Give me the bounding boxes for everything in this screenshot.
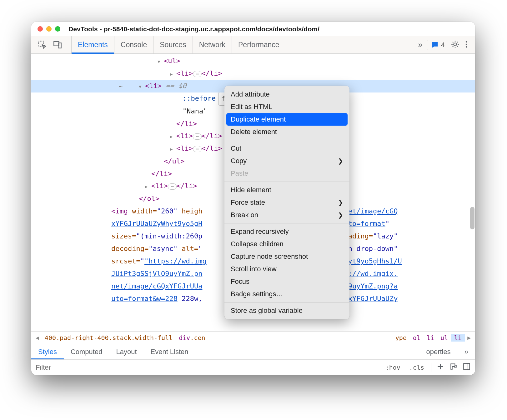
new-style-rule-icon[interactable]	[436, 362, 444, 372]
svg-point-3	[454, 43, 456, 46]
pseudo-before[interactable]: ::before	[183, 94, 216, 102]
chevron-right-icon: ❯	[338, 157, 343, 165]
tag-li[interactable]: <li>	[176, 69, 193, 77]
menu-collapse-children[interactable]: Collapse children	[224, 238, 349, 250]
svg-rect-8	[467, 363, 470, 370]
computed-pane-icon[interactable]	[463, 362, 471, 372]
cls-toggle[interactable]: .cls	[407, 363, 426, 372]
menu-force-state[interactable]: Force state❯	[224, 196, 349, 209]
crumb-ul[interactable]: ul	[437, 334, 451, 342]
crumb-scroll-right-icon[interactable]: ▶	[465, 334, 473, 341]
svg-rect-0	[39, 41, 44, 46]
close-icon[interactable]	[38, 26, 43, 32]
chevron-right-icon: ❯	[338, 211, 343, 219]
kebab-menu-icon[interactable]	[462, 40, 471, 50]
issues-badge[interactable]: 4	[427, 40, 448, 50]
filter-input[interactable]	[36, 363, 379, 372]
menu-store-global[interactable]: Store as global variable	[224, 304, 349, 317]
fullscreen-icon[interactable]	[55, 26, 60, 32]
divider	[431, 363, 431, 372]
more-tabs-icon[interactable]: »	[416, 40, 424, 50]
issues-count: 4	[441, 41, 445, 49]
menu-scroll-into-view[interactable]: Scroll into view	[224, 263, 349, 275]
more-sidebar-tabs-icon[interactable]: »	[458, 344, 475, 359]
traffic-lights	[38, 26, 60, 32]
context-menu: Add attribute Edit as HTML Duplicate ele…	[224, 86, 349, 319]
svg-point-5	[466, 43, 467, 45]
svg-point-4	[466, 41, 467, 42]
crumb-li-selected[interactable]: li	[451, 334, 465, 342]
menu-add-attribute[interactable]: Add attribute	[224, 88, 349, 101]
ellipsis-icon[interactable]: ⋯	[193, 133, 202, 140]
titlebar: DevTools - pr-5840-static-dot-dcc-stagin…	[31, 22, 475, 36]
tab-performance[interactable]: Performance	[232, 36, 286, 53]
tab-styles[interactable]: Styles	[31, 344, 64, 359]
inspect-element-icon[interactable]	[38, 40, 46, 50]
tab-event-listeners[interactable]: Event Listen	[144, 344, 195, 359]
devtools-window: DevTools - pr-5840-static-dot-dcc-stagin…	[31, 22, 475, 375]
styles-filter-bar: :hov .cls	[31, 359, 475, 375]
tab-sources[interactable]: Sources	[153, 36, 192, 53]
svg-point-6	[466, 46, 467, 48]
hov-toggle[interactable]: :hov	[384, 363, 402, 372]
menu-expand-recursively[interactable]: Expand recursively	[224, 225, 349, 238]
menu-focus[interactable]: Focus	[224, 275, 349, 288]
tab-computed[interactable]: Computed	[64, 344, 109, 359]
scrollbar-thumb[interactable]	[470, 207, 474, 229]
crumb-ol[interactable]: ol	[410, 334, 424, 342]
ellipsis-icon[interactable]: ⋯	[168, 183, 177, 190]
tab-network[interactable]: Network	[193, 36, 232, 53]
gutter-dots-icon[interactable]: ⋯	[119, 82, 123, 90]
menu-separator	[224, 223, 349, 223]
menu-paste: Paste	[224, 167, 349, 180]
main-toolbar: Elements Console Sources Network Perform…	[31, 36, 475, 54]
menu-copy[interactable]: Copy❯	[224, 155, 349, 167]
menu-break-on[interactable]: Break on❯	[224, 209, 349, 221]
window-title: DevTools - pr-5840-static-dot-dcc-stagin…	[68, 25, 319, 33]
minimize-icon[interactable]	[46, 26, 52, 32]
menu-delete-element[interactable]: Delete element	[224, 126, 349, 138]
crumb-li[interactable]: li	[424, 334, 437, 342]
device-toolbar-icon[interactable]	[53, 40, 62, 50]
menu-hide-element[interactable]: Hide element	[224, 184, 349, 196]
crumb-scroll-left-icon[interactable]: ◀	[33, 334, 42, 341]
tab-elements[interactable]: Elements	[71, 36, 114, 53]
menu-capture-screenshot[interactable]: Capture node screenshot	[224, 250, 349, 263]
menu-separator	[224, 182, 349, 182]
paint-icon[interactable]	[449, 362, 458, 372]
sidebar-tabs: Styles Computed Layout Event Listen oper…	[31, 344, 475, 359]
menu-badge-settings[interactable]: Badge settings…	[224, 288, 349, 300]
elements-panel: ▼<ul> ▶<li>⋯</li> ⋯▼<li> == $0 ::beforef…	[31, 54, 475, 331]
breadcrumb[interactable]: ◀ 400.pad-right-400.stack.width-full div…	[31, 331, 475, 344]
settings-gear-icon[interactable]	[451, 40, 459, 50]
menu-separator	[224, 140, 349, 140]
menu-edit-as-html[interactable]: Edit as HTML	[224, 101, 349, 113]
chevron-right-icon: ❯	[338, 199, 343, 206]
tag-ul[interactable]: <ul>	[164, 57, 180, 65]
ellipsis-icon[interactable]: ⋯	[193, 71, 202, 77]
tab-layout[interactable]: Layout	[109, 344, 143, 359]
tab-console[interactable]: Console	[114, 36, 153, 53]
tab-properties[interactable]: operties	[419, 344, 457, 359]
menu-separator	[224, 302, 349, 302]
ellipsis-icon[interactable]: ⋯	[193, 146, 202, 152]
text-node[interactable]: "Nana"	[183, 107, 207, 115]
menu-cut[interactable]: Cut	[224, 142, 349, 155]
menu-duplicate-element[interactable]: Duplicate element	[226, 113, 348, 126]
main-tabs: Elements Console Sources Network Perform…	[68, 36, 286, 53]
